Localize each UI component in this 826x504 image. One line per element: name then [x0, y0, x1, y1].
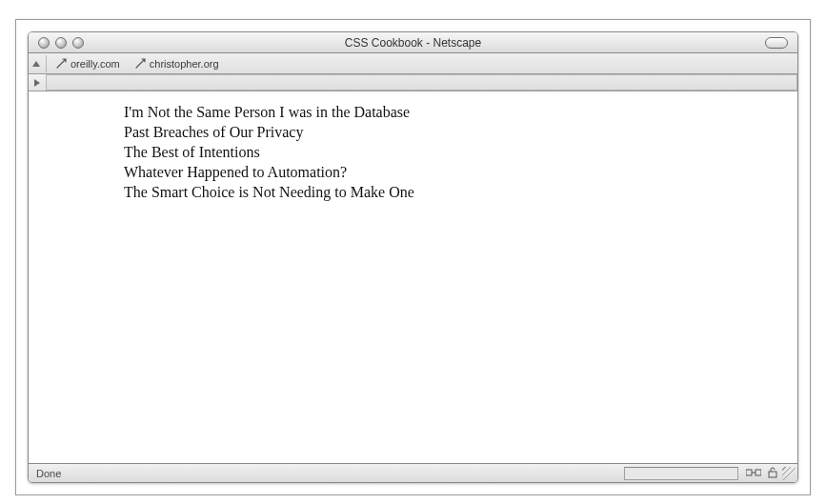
content-line: The Best of Intentions	[124, 143, 797, 162]
content-line: Whatever Happened to Automation?	[124, 163, 797, 182]
bookmark-icon	[56, 58, 67, 69]
content-line: Past Breaches of Our Privacy	[124, 123, 797, 142]
outer-frame: CSS Cookbook - Netscape oreilly.com chri…	[15, 19, 811, 495]
status-bar: Done	[29, 463, 797, 482]
close-button[interactable]	[38, 37, 50, 49]
page-content: I'm Not the Same Person I was in the Dat…	[29, 91, 797, 463]
bookmarks-toolbar: oreilly.com christopher.org	[29, 53, 797, 74]
titlebar: CSS Cookbook - Netscape	[29, 32, 797, 53]
bookmark-oreilly[interactable]: oreilly.com	[49, 58, 128, 70]
expand-right-icon[interactable]	[34, 79, 40, 87]
status-icons	[746, 467, 778, 480]
browser-window: CSS Cookbook - Netscape oreilly.com chri…	[28, 31, 798, 483]
window-controls	[29, 37, 84, 49]
zoom-button[interactable]	[72, 37, 84, 49]
status-progress-well	[624, 467, 738, 480]
content-line: I'm Not the Same Person I was in the Dat…	[124, 103, 797, 122]
bookmark-label: christopher.org	[150, 58, 219, 70]
resize-grip-icon[interactable]	[782, 467, 796, 480]
bookmark-label: oreilly.com	[71, 58, 120, 70]
toolbar-separator	[46, 55, 47, 72]
svg-rect-3	[769, 472, 776, 477]
toolbar-toggle-button[interactable]	[765, 37, 788, 49]
tab-bar	[29, 74, 797, 91]
connection-icon	[746, 467, 761, 480]
bookmark-icon	[135, 58, 146, 69]
lock-open-icon	[767, 467, 778, 480]
window-title: CSS Cookbook - Netscape	[29, 36, 797, 50]
bookmark-christopher[interactable]: christopher.org	[128, 58, 227, 70]
minimize-button[interactable]	[55, 37, 67, 49]
expand-up-icon[interactable]	[32, 61, 40, 67]
status-text: Done	[36, 468, 624, 479]
svg-rect-1	[755, 470, 761, 475]
svg-rect-0	[746, 470, 752, 475]
tab-track	[46, 74, 797, 91]
content-line: The Smart Choice is Not Needing to Make …	[124, 183, 797, 202]
